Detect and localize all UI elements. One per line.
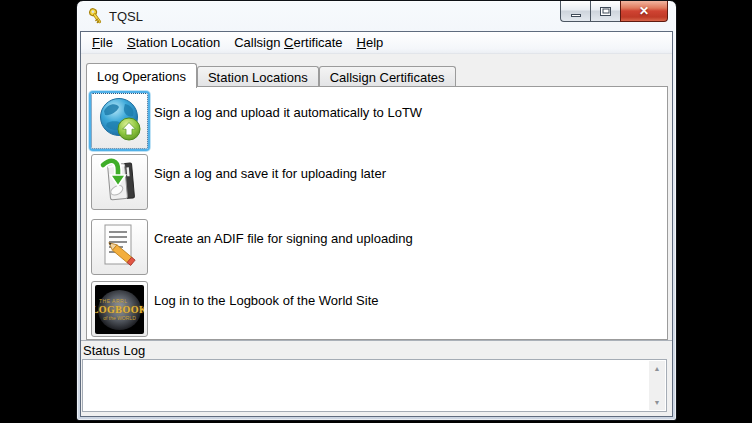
lotw-login-button[interactable]: THE ARRL LOGBOOK of the WORLD: [91, 281, 148, 337]
close-button[interactable]: ✕: [620, 1, 668, 22]
status-log-textarea[interactable]: ▲ ▼: [82, 359, 667, 412]
adif-document-icon: [96, 222, 144, 273]
lotw-logo-icon: THE ARRL LOGBOOK of the WORLD: [95, 285, 144, 334]
action-label: Create an ADIF file for signing and uplo…: [154, 219, 413, 246]
menu-callsign-certificate[interactable]: Callsign Certificate: [227, 32, 349, 53]
globe-upload-icon: [96, 96, 144, 147]
scroll-up-icon[interactable]: ▲: [649, 361, 665, 376]
maximize-icon: [600, 7, 611, 16]
minimize-icon: [571, 14, 581, 17]
status-scrollbar[interactable]: ▲ ▼: [649, 361, 665, 410]
titlebar[interactable]: TQSL ✕: [77, 1, 676, 31]
action-label: Sign a log and upload it automatically t…: [154, 93, 422, 120]
action-label: Sign a log and save it for uploading lat…: [154, 154, 386, 181]
menu-file[interactable]: File: [85, 32, 120, 53]
menu-help[interactable]: Help: [350, 32, 391, 53]
scroll-down-icon[interactable]: ▼: [649, 395, 665, 410]
log-operations-panel: Sign a log and upload it automatically t…: [86, 86, 668, 340]
key-icon: [87, 8, 104, 25]
action-label: Log in to the Logbook of the World Site: [154, 281, 379, 308]
action-row: Create an ADIF file for signing and uplo…: [91, 219, 413, 275]
tab-callsign-certificates[interactable]: Callsign Certificates: [319, 66, 456, 87]
status-log-label: Status Log: [83, 343, 145, 358]
sign-upload-button[interactable]: [91, 93, 148, 149]
maximize-button[interactable]: [590, 1, 620, 22]
status-section: Status Log ▲ ▼: [81, 340, 672, 416]
close-icon: ✕: [639, 5, 649, 17]
action-row: Sign a log and save it for uploading lat…: [91, 154, 386, 210]
client-area: File Station Location Callsign Certifica…: [80, 31, 673, 417]
content-area: Log Operations Station Locations Callsig…: [81, 54, 672, 416]
menubar: File Station Location Callsign Certifica…: [81, 32, 672, 54]
minimize-button[interactable]: [560, 1, 590, 22]
sign-save-button[interactable]: [91, 154, 148, 210]
tab-log-operations[interactable]: Log Operations: [86, 63, 197, 88]
window-title: TQSL: [109, 9, 143, 24]
desktop-background: TQSL ✕ File Station Location Callsign Ce…: [0, 0, 752, 423]
caption-buttons: ✕: [560, 1, 668, 22]
action-row: THE ARRL LOGBOOK of the WORLD Log in to …: [91, 281, 379, 337]
tab-station-locations[interactable]: Station Locations: [197, 66, 319, 87]
menu-station-location[interactable]: Station Location: [120, 32, 227, 53]
create-adif-button[interactable]: [91, 219, 148, 275]
save-for-later-icon: [96, 157, 144, 208]
tab-bar: Log Operations Station Locations Callsig…: [86, 62, 456, 87]
tqsl-window: TQSL ✕ File Station Location Callsign Ce…: [76, 0, 677, 421]
action-row: Sign a log and upload it automatically t…: [91, 93, 422, 149]
